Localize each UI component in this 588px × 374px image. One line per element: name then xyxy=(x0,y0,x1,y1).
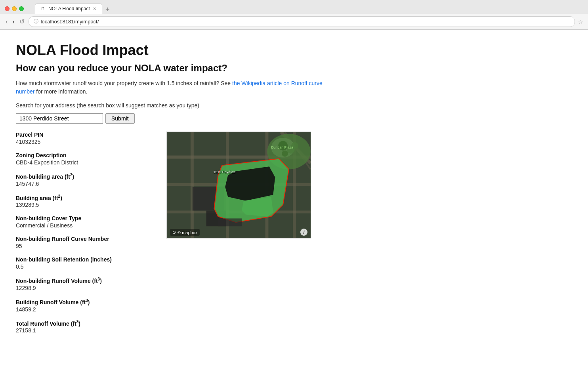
non-building-area-value: 145747.6 xyxy=(16,181,39,187)
page-subtitle: How can you reduce your NOLA water impac… xyxy=(16,63,341,74)
runoff-curve-value: 95 xyxy=(16,243,22,249)
svg-rect-21 xyxy=(218,218,242,226)
building-area-row: Building area (ft2) 139289.5 xyxy=(16,194,151,208)
search-input[interactable] xyxy=(16,113,103,124)
building-runoff-value: 14859.2 xyxy=(16,306,36,313)
building-area-label: Building area (ft2) xyxy=(16,194,151,201)
info-section: Parcel PIN 41032325 Zoning Description C… xyxy=(16,132,151,341)
back-button[interactable]: ‹ xyxy=(5,18,8,25)
runoff-curve-row: Non-building Runoff Curve Number 95 xyxy=(16,236,151,249)
non-building-runoff-row: Non-building Runoff Volume (ft3) 12298.9 xyxy=(16,277,151,291)
parcel-overlay: 1515 Poydras Duncan Plaza xyxy=(167,132,311,238)
mapbox-attribution: ⊙ © mapbox xyxy=(170,229,200,236)
page-content: NOLA Flood Impact How can you reduce you… xyxy=(0,30,357,353)
page-title: NOLA Flood Impact xyxy=(16,42,341,59)
map-satellite-background: 1515 Poydras Duncan Plaza xyxy=(167,132,311,238)
cover-type-value: Commercial / Business xyxy=(16,222,73,229)
maximize-button[interactable] xyxy=(19,6,24,11)
close-button[interactable] xyxy=(5,6,10,11)
total-runoff-row: Total Runoff Volume (ft3) 27158.1 xyxy=(16,320,151,334)
parcel-pin-row: Parcel PIN 41032325 xyxy=(16,132,151,145)
forward-button[interactable]: › xyxy=(11,18,15,25)
address-bar-row: ‹ › ↺ ⓘ localhost:8181/myimpact/ ☆ xyxy=(0,14,588,30)
main-layout: Parcel PIN 41032325 Zoning Description C… xyxy=(16,132,341,341)
title-bar: 🗋 NOLA Flood Impact × + xyxy=(0,0,588,14)
svg-point-14 xyxy=(282,151,288,157)
svg-text:Duncan Plaza: Duncan Plaza xyxy=(271,145,293,149)
map-info-button[interactable]: i xyxy=(300,229,307,236)
tab-page-icon: 🗋 xyxy=(41,6,45,11)
zoning-row: Zoning Description CBD-4 Exposition Dist… xyxy=(16,152,151,166)
url-text: localhost:8181/myimpact/ xyxy=(41,19,99,25)
total-runoff-value: 27158.1 xyxy=(16,327,36,334)
mapbox-text: © mapbox xyxy=(178,230,197,235)
building-area-value: 139289.5 xyxy=(16,202,39,208)
parcel-pin-value: 41032325 xyxy=(16,139,40,145)
active-tab[interactable]: 🗋 NOLA Flood Impact × xyxy=(35,3,102,14)
new-tab-button[interactable]: + xyxy=(102,6,113,14)
bookmark-icon[interactable]: ☆ xyxy=(578,19,583,25)
total-runoff-label: Total Runoff Volume (ft3) xyxy=(16,320,151,327)
cover-type-row: Non-building Cover Type Commercial / Bus… xyxy=(16,215,151,229)
reload-button[interactable]: ↺ xyxy=(19,18,25,25)
search-prompt-text: Search for your address (the search box … xyxy=(16,102,341,109)
non-building-runoff-label: Non-building Runoff Volume (ft3) xyxy=(16,277,151,284)
tab-bar: 🗋 NOLA Flood Impact × + xyxy=(35,3,113,14)
submit-button[interactable]: Submit xyxy=(105,113,135,124)
map-container: 1515 Poydras Duncan Plaza ⊙ © mapbox i xyxy=(166,132,341,239)
mapbox-logo: ⊙ xyxy=(172,230,176,235)
address-bar[interactable]: ⓘ localhost:8181/myimpact/ xyxy=(29,16,575,27)
cover-type-label: Non-building Cover Type xyxy=(16,215,151,221)
intro-text-before: How much stormwater runoff would your pr… xyxy=(16,80,232,86)
non-building-area-row: Non-building area (ft2) 145747.6 xyxy=(16,173,151,187)
non-building-runoff-value: 12298.9 xyxy=(16,285,36,291)
minimize-button[interactable] xyxy=(12,6,17,11)
building-runoff-label: Building Runoff Volume (ft3) xyxy=(16,298,151,305)
intro-text-after: for more information. xyxy=(34,88,87,95)
browser-chrome: 🗋 NOLA Flood Impact × + ‹ › ↺ ⓘ localhos… xyxy=(0,0,588,30)
non-building-area-label: Non-building area (ft2) xyxy=(16,173,151,180)
svg-rect-4 xyxy=(191,132,194,238)
parcel-pin-label: Parcel PIN xyxy=(16,132,151,138)
soil-retention-value: 0.5 xyxy=(16,263,23,270)
zoning-label: Zoning Description xyxy=(16,152,151,158)
traffic-lights xyxy=(5,6,24,11)
svg-text:1515 Poydras: 1515 Poydras xyxy=(213,170,235,174)
tab-close-button[interactable]: × xyxy=(93,6,96,12)
map-image[interactable]: 1515 Poydras Duncan Plaza ⊙ © mapbox i xyxy=(166,132,311,239)
security-icon: ⓘ xyxy=(34,18,38,25)
zoning-value: CBD-4 Exposition District xyxy=(16,159,78,166)
search-row: Submit xyxy=(16,113,341,124)
soil-retention-label: Non-building Soil Retention (inches) xyxy=(16,256,151,263)
tab-title: NOLA Flood Impact xyxy=(48,6,90,11)
runoff-curve-label: Non-building Runoff Curve Number xyxy=(16,236,151,242)
building-runoff-row: Building Runoff Volume (ft3) 14859.2 xyxy=(16,298,151,313)
intro-paragraph: How much stormwater runoff would your pr… xyxy=(16,79,341,96)
soil-retention-row: Non-building Soil Retention (inches) 0.5 xyxy=(16,256,151,270)
